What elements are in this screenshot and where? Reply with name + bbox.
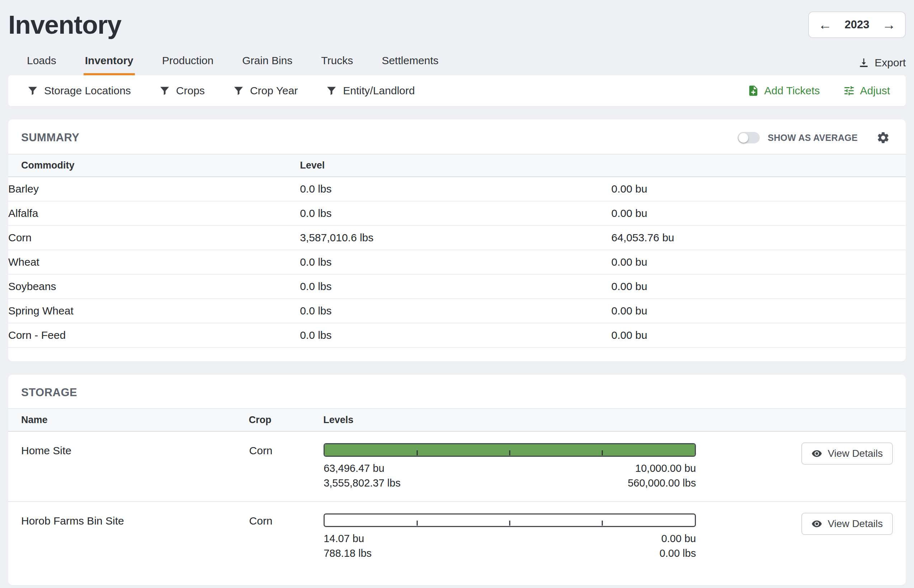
table-row: Alfalfa 0.0 lbs 0.00 bu <box>8 201 906 226</box>
commodity-cell: Corn - Feed <box>8 323 300 347</box>
commodity-cell: Corn <box>8 226 300 250</box>
filter-crops[interactable]: Crops <box>159 85 205 97</box>
storage-name: Horob Farms Bin Site <box>8 502 249 572</box>
level-lbs-cell: 0.0 lbs <box>300 250 611 274</box>
lbs-values-row: 3,555,802.37 lbs 560,000.00 lbs <box>324 477 696 489</box>
view-details-button[interactable]: View Details <box>801 443 893 465</box>
level-bu-cell: 0.00 bu <box>611 250 906 274</box>
commodity-cell: Alfalfa <box>8 201 300 226</box>
export-button[interactable]: Export <box>858 57 906 75</box>
year-selector: ← 2023 → <box>808 11 906 38</box>
column-header-commodity: Commodity <box>8 154 300 177</box>
view-details-button[interactable]: View Details <box>801 513 893 535</box>
storage-levels: 63,496.47 bu 10,000.00 bu 3,555,802.37 l… <box>323 431 718 502</box>
page-title: Inventory <box>8 10 121 39</box>
next-year-arrow-icon[interactable]: → <box>882 18 896 32</box>
tab-trucks[interactable]: Trucks <box>320 52 354 75</box>
summary-header-row: Commodity Level <box>8 154 906 177</box>
storage-row: Horob Farms Bin Site Corn 14.07 bu 0.00 … <box>8 502 906 572</box>
filter-bar-actions: Add Tickets Adjust <box>747 85 890 97</box>
view-details-label: View Details <box>828 518 883 530</box>
filter-entity-landlord[interactable]: Entity/Landlord <box>326 85 415 97</box>
filter-crop-year[interactable]: Crop Year <box>233 85 298 97</box>
add-ticket-icon <box>747 85 759 97</box>
summary-card: SUMMARY SHOW AS AVERAGE Commodity Level <box>8 120 906 362</box>
add-tickets-button[interactable]: Add Tickets <box>747 85 820 97</box>
tab-production[interactable]: Production <box>161 52 215 75</box>
tab-inventory[interactable]: Inventory <box>84 52 135 75</box>
bu-values-row: 14.07 bu 0.00 bu <box>324 533 696 544</box>
summary-card-header: SUMMARY SHOW AS AVERAGE <box>8 120 906 154</box>
bar-tick <box>510 450 510 456</box>
eye-icon <box>811 448 822 459</box>
level-lbs-cell: 0.0 lbs <box>300 201 611 226</box>
storage-table: Name Crop Levels Home Site Corn <box>8 409 906 572</box>
level-lbs-cell: 0.0 lbs <box>300 274 611 299</box>
gear-icon[interactable] <box>876 131 890 144</box>
column-header-levels: Levels <box>323 409 718 431</box>
sliders-icon <box>843 85 855 97</box>
view-details-label: View Details <box>828 448 883 459</box>
adjust-label: Adjust <box>860 85 890 97</box>
commodity-cell: Barley <box>8 177 300 201</box>
tab-grain-bins[interactable]: Grain Bins <box>241 52 294 75</box>
level-bar <box>324 443 696 457</box>
level-bu-cell: 0.00 bu <box>611 274 906 299</box>
current-bu: 63,496.47 bu <box>324 462 384 474</box>
funnel-icon <box>233 85 244 97</box>
tab-loads[interactable]: Loads <box>26 52 58 75</box>
prev-year-arrow-icon[interactable]: ← <box>818 18 832 32</box>
add-tickets-label: Add Tickets <box>764 85 820 97</box>
capacity-bu: 10,000.00 bu <box>635 462 696 474</box>
funnel-icon <box>159 85 170 97</box>
column-header-crop: Crop <box>249 409 324 431</box>
bar-tick <box>602 450 603 456</box>
storage-levels: 14.07 bu 0.00 bu 788.18 lbs 0.00 lbs <box>323 502 718 572</box>
commodity-cell: Soybeans <box>8 274 300 299</box>
toggle-knob <box>739 133 748 143</box>
lbs-values-row: 788.18 lbs 0.00 lbs <box>324 548 696 559</box>
adjust-button[interactable]: Adjust <box>843 85 890 97</box>
bar-tick <box>510 520 510 526</box>
storage-crop: Corn <box>249 431 324 502</box>
storage-title: STORAGE <box>21 386 77 399</box>
level-bu-cell: 0.00 bu <box>611 299 906 323</box>
summary-controls: SHOW AS AVERAGE <box>738 131 890 144</box>
filter-label: Crops <box>176 85 205 97</box>
level-lbs-cell: 0.0 lbs <box>300 323 611 347</box>
show-as-average-label: SHOW AS AVERAGE <box>768 132 858 143</box>
level-bar <box>324 514 696 527</box>
level-bu-cell: 0.00 bu <box>611 201 906 226</box>
column-header-level: Level <box>300 154 611 177</box>
summary-table: Commodity Level Barley 0.0 lbs 0.00 bu A… <box>8 154 906 348</box>
current-bu: 14.07 bu <box>324 533 364 544</box>
level-bu-cell: 64,053.76 bu <box>611 226 906 250</box>
filter-storage-locations[interactable]: Storage Locations <box>27 85 131 97</box>
column-header-name: Name <box>8 409 249 431</box>
commodity-cell: Wheat <box>8 250 300 274</box>
inventory-page: Inventory ← 2023 → Loads Inventory Produ… <box>0 0 914 585</box>
capacity-lbs: 0.00 lbs <box>660 548 696 559</box>
tab-settlements[interactable]: Settlements <box>380 52 440 75</box>
storage-row: Home Site Corn 63,496.47 bu 10,000.00 bu <box>8 431 906 502</box>
eye-icon <box>811 519 822 529</box>
storage-header-row: Name Crop Levels <box>8 409 906 431</box>
year-label: 2023 <box>845 18 870 31</box>
current-lbs: 3,555,802.37 lbs <box>324 477 400 489</box>
storage-name: Home Site <box>8 431 249 502</box>
show-as-average-toggle[interactable] <box>738 132 760 144</box>
bar-tick <box>602 520 603 526</box>
filter-label: Entity/Landlord <box>343 85 415 97</box>
column-header-empty <box>611 154 906 177</box>
storage-crop: Corn <box>249 502 324 572</box>
table-row: Corn 3,587,010.6 lbs 64,053.76 bu <box>8 226 906 250</box>
level-lbs-cell: 0.0 lbs <box>300 299 611 323</box>
page-header: Inventory ← 2023 → <box>8 0 906 39</box>
funnel-icon <box>27 85 38 97</box>
download-icon <box>858 57 870 68</box>
summary-title: SUMMARY <box>21 131 79 144</box>
table-row: Barley 0.0 lbs 0.00 bu <box>8 177 906 201</box>
table-row: Spring Wheat 0.0 lbs 0.00 bu <box>8 299 906 323</box>
storage-card: STORAGE Name Crop Levels Home Site Corn <box>8 375 906 585</box>
table-row: Wheat 0.0 lbs 0.00 bu <box>8 250 906 274</box>
